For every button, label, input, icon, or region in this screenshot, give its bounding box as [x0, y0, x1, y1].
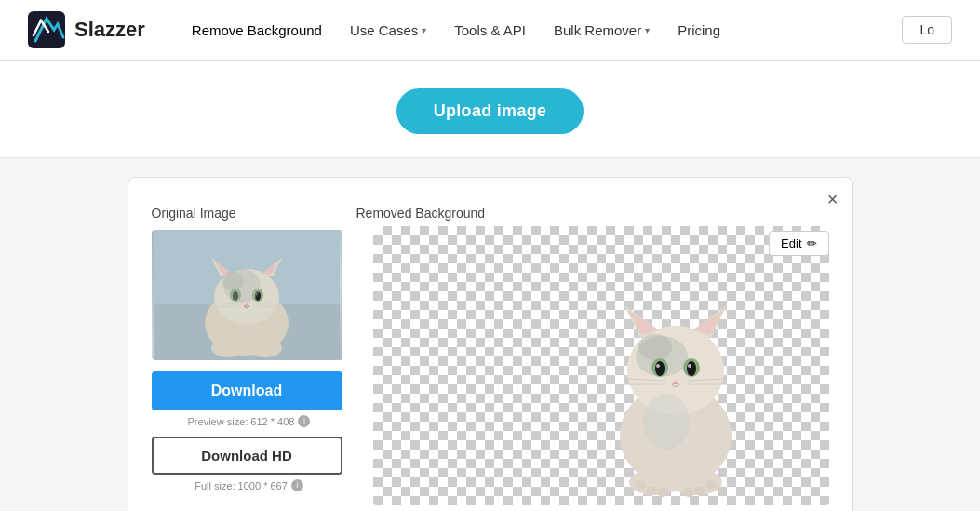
svg-point-41	[643, 394, 690, 450]
svg-point-19	[248, 339, 282, 357]
svg-point-34	[656, 364, 660, 368]
close-button[interactable]: ×	[827, 189, 839, 210]
nav-tools-api[interactable]: Tools & API	[454, 22, 526, 38]
svg-point-35	[688, 364, 691, 368]
svg-point-32	[655, 361, 665, 376]
svg-point-49	[705, 480, 717, 490]
logo-icon	[28, 11, 65, 48]
main-nav: Remove Background Use Cases ▾ Tools & AP…	[192, 22, 903, 38]
right-column: Removed Background Edit ✏	[347, 206, 829, 505]
full-size-info-icon[interactable]: i	[291, 479, 303, 491]
edit-pencil-icon: ✏	[807, 236, 817, 250]
logo-text: Slazzer	[74, 18, 145, 42]
cat-original-svg	[154, 230, 340, 360]
use-cases-chevron-icon: ▾	[422, 25, 426, 35]
logo[interactable]: Slazzer	[28, 11, 145, 48]
hero-section: Upload image	[0, 61, 980, 158]
svg-point-45	[646, 486, 657, 495]
removed-background-label: Removed Background	[356, 206, 486, 221]
site-header: Slazzer Remove Background Use Cases ▾ To…	[0, 0, 980, 61]
nav-use-cases[interactable]: Use Cases ▾	[350, 22, 426, 38]
result-card: × Original Image	[128, 177, 853, 511]
svg-point-29	[638, 334, 672, 360]
nav-remove-background[interactable]: Remove Background	[192, 22, 322, 38]
nav-bulk-remover[interactable]: Bulk Remover ▾	[554, 22, 650, 38]
preview-info-icon[interactable]: i	[298, 415, 310, 427]
removed-bg-container: Edit ✏	[373, 226, 829, 505]
nav-pricing[interactable]: Pricing	[678, 22, 720, 38]
preview-size-text: Preview size: 612 * 408 i	[152, 415, 347, 427]
full-size-text: Full size: 1000 * 667 i	[152, 479, 347, 491]
removed-bg-cat-svg	[583, 263, 769, 505]
svg-point-44	[635, 480, 646, 490]
login-button[interactable]: Lo	[902, 16, 952, 44]
original-image	[152, 230, 342, 360]
original-image-sim	[152, 230, 342, 360]
svg-point-21	[222, 272, 244, 290]
bulk-remover-chevron-icon: ▾	[645, 25, 650, 35]
left-column: Original Image	[152, 206, 347, 505]
svg-point-18	[211, 339, 245, 357]
svg-point-48	[694, 486, 705, 495]
svg-point-46	[657, 488, 668, 497]
download-button[interactable]: Download	[152, 371, 342, 410]
svg-point-47	[683, 488, 694, 497]
result-columns: Original Image	[152, 206, 829, 505]
upload-image-button[interactable]: Upload image	[396, 88, 584, 134]
original-image-label: Original Image	[152, 206, 347, 221]
download-hd-button[interactable]: Download HD	[152, 437, 342, 475]
svg-point-33	[687, 361, 696, 376]
main-content: × Original Image	[0, 158, 980, 511]
edit-button[interactable]: Edit ✏	[769, 231, 828, 256]
